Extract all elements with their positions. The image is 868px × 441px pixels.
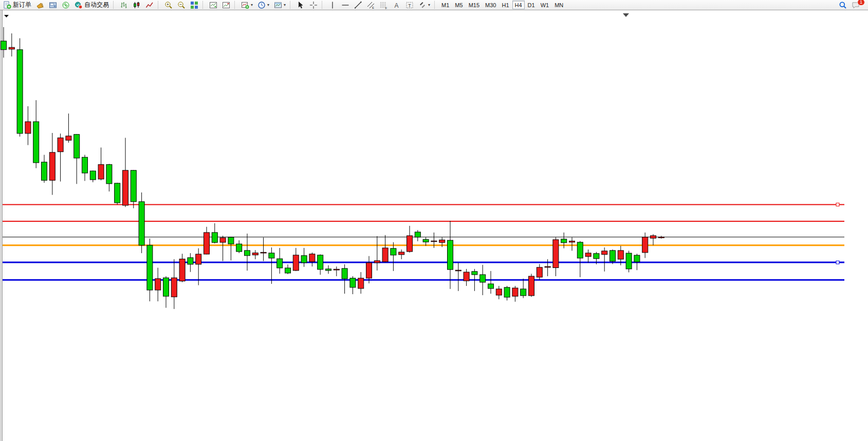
- news-button[interactable]: [34, 1, 46, 10]
- crosshair-tool-button[interactable]: [307, 1, 320, 10]
- text-label-icon: T: [405, 1, 414, 9]
- tile-windows-button[interactable]: [188, 1, 200, 10]
- svg-text:E: E: [372, 6, 374, 9]
- tab-timeframe-m1[interactable]: M1: [439, 1, 452, 9]
- text-label-tool-button[interactable]: T: [403, 1, 416, 10]
- toolbar-separator: [434, 1, 437, 9]
- trendline-tool-button[interactable]: [352, 1, 364, 10]
- zoom-in-icon: [164, 1, 173, 9]
- horizontal-line-tool-button[interactable]: [339, 1, 352, 10]
- terminal-button[interactable]: [47, 1, 59, 10]
- new-order-button[interactable]: 新订单: [1, 1, 33, 10]
- periods-dropdown-button[interactable]: ▾: [255, 1, 271, 10]
- horizontal-line-icon: [341, 1, 349, 9]
- svg-text:A: A: [395, 2, 399, 9]
- template-icon: [274, 1, 282, 9]
- chart-area: [0, 10, 868, 441]
- fibonacci-tool-button[interactable]: F: [378, 1, 390, 10]
- vertical-line-tool-button[interactable]: [326, 1, 339, 10]
- autotrading-icon: [75, 1, 83, 9]
- zoom-out-button[interactable]: [175, 1, 188, 10]
- toolbar-separator: [113, 1, 116, 9]
- zoom-in-button[interactable]: [162, 1, 175, 10]
- line-chart-button[interactable]: [143, 1, 156, 10]
- toolbar-separator: [234, 1, 237, 9]
- templates-dropdown-button[interactable]: ▾: [272, 1, 288, 10]
- cursor-tool-button[interactable]: [294, 1, 307, 10]
- new-order-label: 新订单: [13, 1, 31, 9]
- svg-text:T: T: [408, 3, 411, 8]
- notification-badge: 1: [857, 0, 865, 6]
- line-chart-icon: [145, 1, 154, 9]
- tab-timeframe-d1[interactable]: D1: [525, 1, 538, 9]
- text-icon: A: [393, 1, 401, 9]
- tab-timeframe-m5[interactable]: M5: [452, 1, 465, 9]
- svg-text:F: F: [385, 6, 387, 9]
- chart-window-icon: [209, 1, 217, 9]
- equidistant-channel-icon: E: [367, 1, 375, 9]
- terminal-icon: [49, 1, 57, 9]
- fibonacci-icon: F: [380, 1, 388, 9]
- bar-chart-button[interactable]: [118, 1, 130, 10]
- tab-timeframe-m30[interactable]: M30: [483, 1, 498, 9]
- toolbar-separator: [322, 1, 324, 9]
- tile-windows-icon: [190, 1, 198, 9]
- bar-chart-icon: [120, 1, 128, 9]
- chevron-down-icon: ▾: [251, 1, 253, 9]
- crosshair-icon: [309, 1, 318, 9]
- chat-button-wrap: 1: [849, 1, 862, 10]
- toolbar-separator: [202, 1, 205, 9]
- indicators-dropdown-button[interactable]: ▾: [239, 1, 255, 10]
- chart-canvas[interactable]: [0, 10, 868, 441]
- search-icon: [839, 1, 847, 9]
- toolbar-separator: [290, 1, 292, 9]
- mt4-window: 新订单 自动交易: [0, 0, 868, 441]
- autotrading-label: 自动交易: [84, 1, 109, 9]
- clock-icon: [257, 1, 266, 9]
- new-order-icon: [3, 1, 11, 9]
- tab-timeframe-w1[interactable]: W1: [538, 1, 552, 9]
- candlestick-icon: [133, 1, 141, 9]
- chevron-down-icon: ▾: [428, 1, 430, 9]
- autotrading-button[interactable]: 自动交易: [72, 1, 111, 10]
- candlestick-button[interactable]: [131, 1, 143, 10]
- tab-timeframe-h4[interactable]: H4: [512, 1, 525, 9]
- vertical-line-icon: [328, 1, 337, 9]
- main-toolbar: 新订单 自动交易: [0, 0, 868, 10]
- indicator-window-button[interactable]: [220, 1, 232, 10]
- cursor-icon: [297, 1, 305, 9]
- toolbar-separator: [158, 1, 160, 9]
- chevron-down-icon: ▾: [284, 1, 286, 9]
- zoom-out-icon: [177, 1, 186, 9]
- signals-icon: [62, 1, 70, 9]
- channel-tool-button[interactable]: E: [365, 1, 377, 10]
- news-icon: [36, 1, 44, 9]
- text-tool-button[interactable]: A: [391, 1, 403, 10]
- line-handle[interactable]: [836, 203, 839, 206]
- chevron-down-icon: ▾: [267, 1, 269, 9]
- line-handle[interactable]: [836, 261, 839, 264]
- search-button[interactable]: [837, 1, 849, 10]
- arrows-icon: [418, 1, 427, 9]
- tab-timeframe-h1[interactable]: H1: [499, 1, 511, 9]
- indicators-icon: [241, 1, 249, 9]
- new-chart-window-button[interactable]: [207, 1, 219, 10]
- shapes-dropdown-button[interactable]: ▾: [416, 1, 432, 10]
- indicator-window-icon: [222, 1, 230, 9]
- tab-timeframe-mn[interactable]: MN: [552, 1, 566, 9]
- signals-button[interactable]: [60, 1, 72, 10]
- tab-timeframe-m15[interactable]: M15: [466, 1, 482, 9]
- trendline-icon: [354, 1, 362, 9]
